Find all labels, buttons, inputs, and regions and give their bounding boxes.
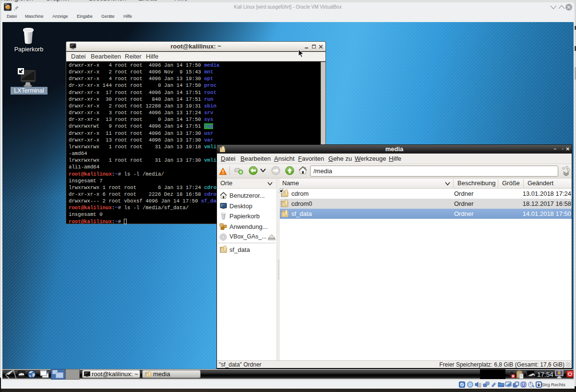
svg-text:2.6: 2.6 <box>7 6 11 9</box>
